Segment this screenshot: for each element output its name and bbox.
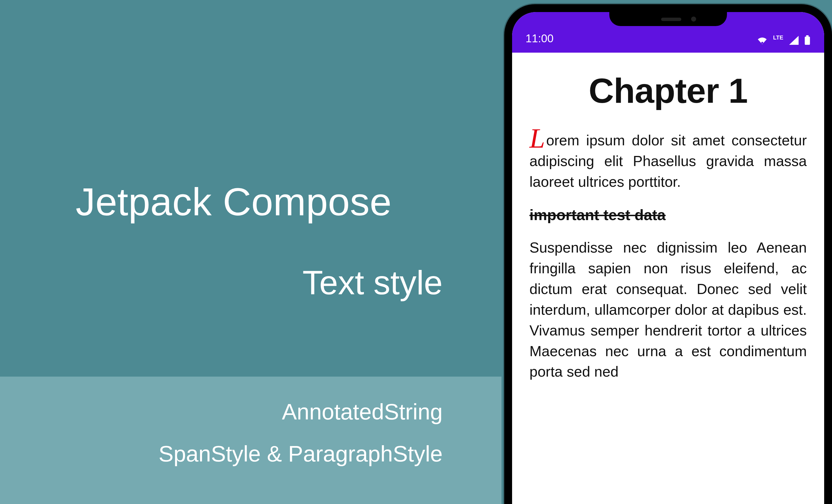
- slide-upper-panel: Jetpack Compose Text style: [0, 0, 501, 377]
- phone-screen: 11:00 LTE Chapter 1 Lorem ipsum dolor si…: [512, 12, 824, 504]
- drop-cap-letter: L: [529, 123, 546, 154]
- slide-subtitle: Text style: [303, 263, 443, 302]
- wifi-icon: [756, 36, 768, 45]
- battery-icon: [804, 35, 811, 45]
- slide-title: Jetpack Compose: [76, 179, 392, 224]
- svg-rect-1: [805, 37, 810, 45]
- paragraph-1: Lorem ipsum dolor sit amet consectetur a…: [529, 130, 807, 192]
- status-icons: LTE: [756, 35, 811, 45]
- slide-subheading-2: SpanStyle & ParagraphStyle: [159, 441, 443, 467]
- chapter-title: Chapter 1: [529, 71, 807, 111]
- paragraph-2: Suspendisse nec dignissim leo Aenean fri…: [529, 237, 807, 382]
- svg-rect-2: [806, 35, 808, 37]
- network-label-icon: LTE: [773, 34, 783, 41]
- strikethrough-text: important test data: [529, 206, 666, 223]
- paragraph-1-text: orem ipsum dolor sit amet consectetur ad…: [529, 132, 807, 190]
- phone-notch: [609, 12, 727, 26]
- svg-point-0: [761, 42, 763, 44]
- app-content[interactable]: Chapter 1 Lorem ipsum dolor sit amet con…: [512, 53, 824, 382]
- phone-frame: 11:00 LTE Chapter 1 Lorem ipsum dolor si…: [504, 4, 832, 504]
- status-time: 11:00: [525, 32, 553, 45]
- signal-icon: [788, 36, 799, 45]
- slide-lower-panel: AnnotatedString SpanStyle & ParagraphSty…: [0, 377, 501, 504]
- slide-subheading-1: AnnotatedString: [282, 399, 443, 425]
